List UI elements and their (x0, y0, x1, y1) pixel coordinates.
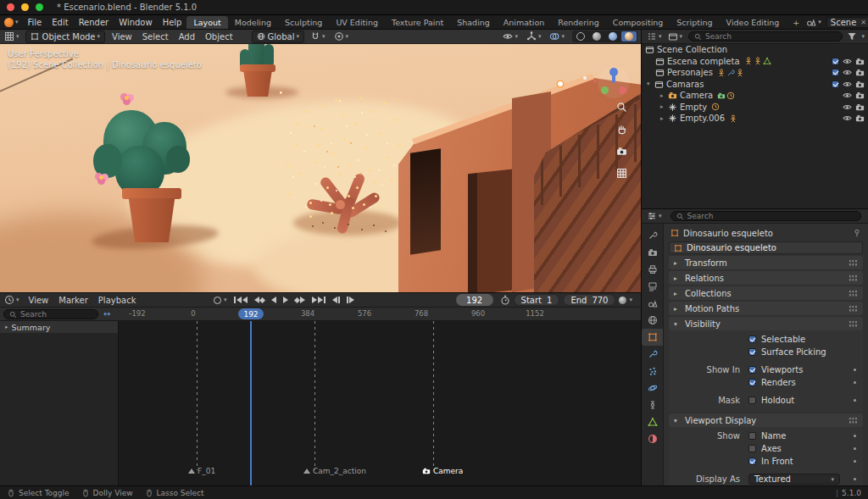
expand-arrow-icon[interactable]: ▸ (5, 324, 8, 330)
workspace-tab-video-editing[interactable]: Video Editing (720, 16, 787, 29)
hide-viewport-eye-icon[interactable] (843, 80, 852, 89)
timeline-editor-type-button[interactable]: ▾ (0, 294, 24, 307)
next-frame-button[interactable] (343, 294, 358, 306)
jump-to-start-button[interactable] (231, 294, 251, 306)
outliner-search[interactable] (688, 31, 843, 42)
gizmo-x-axis[interactable] (619, 86, 626, 94)
expand-arrow-icon[interactable]: ▸ (660, 103, 668, 110)
jump-to-end-button[interactable] (309, 294, 329, 306)
disable-render-camera-icon[interactable] (855, 103, 865, 112)
animate-dot[interactable] (854, 435, 856, 437)
filter-funnel-icon[interactable] (847, 31, 857, 42)
workspace-tab-modeling[interactable]: Modeling (228, 16, 278, 29)
tab-constraints[interactable] (642, 396, 663, 413)
marker-cam-2-action[interactable]: Cam_2_action (303, 467, 366, 475)
mode-dropdown[interactable]: Object Mode▾ (25, 30, 106, 43)
channel-search-input[interactable] (20, 310, 80, 319)
shading-material-button[interactable] (605, 31, 620, 42)
viewport-menu-view[interactable]: View (107, 32, 137, 42)
outliner-row-empty[interactable]: ▸ Empty (642, 102, 868, 114)
timeline-tracks[interactable]: ▸ Summary F_01 Cam_2_action Camera (0, 321, 642, 485)
ortho-grid-icon[interactable] (616, 168, 627, 179)
selectable-checkbox[interactable] (748, 335, 756, 343)
expand-arrow-icon[interactable]: ▸ (660, 92, 668, 99)
tab-scene[interactable] (642, 295, 663, 312)
timeline-menu-view[interactable]: View (24, 296, 54, 305)
prev-frame-button[interactable] (329, 294, 343, 306)
properties-search[interactable] (670, 211, 861, 221)
hide-viewport-eye-icon[interactable] (843, 114, 852, 123)
in-front-checkbox[interactable] (748, 457, 756, 465)
editor-type-button[interactable]: ▾ (0, 30, 24, 43)
tab-render[interactable] (642, 244, 663, 261)
object-type-visibility-dropdown[interactable]: ▾ (498, 30, 522, 43)
collection-checkbox[interactable] (832, 58, 839, 65)
proportional-editing-toggle[interactable]: ▾ (330, 30, 353, 43)
viewports-checkbox[interactable] (748, 366, 756, 374)
navigation-gizmo[interactable] (598, 66, 630, 98)
prev-keyframe-button[interactable] (251, 294, 268, 306)
snapping-toggle[interactable]: ▾ (306, 30, 330, 43)
animate-dot[interactable] (854, 460, 856, 463)
outliner-row-escena-completa[interactable]: Escena completa (642, 56, 868, 68)
timeline-ruler[interactable]: ↔ -192 0 384 576 768 960 1152 192 (0, 308, 642, 321)
shading-rendered-button[interactable] (621, 31, 637, 42)
next-keyframe-button[interactable] (292, 294, 309, 306)
panel-transform[interactable]: ▸Transform (669, 256, 863, 269)
collection-checkbox[interactable] (832, 80, 839, 88)
workspace-tab-uv-editing[interactable]: UV Editing (329, 16, 385, 29)
drag-grip-icon[interactable] (849, 305, 858, 313)
gizmo-z-axis[interactable] (609, 68, 618, 76)
animate-dot[interactable] (854, 369, 856, 371)
drag-grip-icon[interactable] (849, 417, 858, 424)
menu-window[interactable]: Window (114, 18, 157, 27)
drag-grip-icon[interactable] (849, 259, 858, 267)
panel-collections[interactable]: ▸Collections (669, 286, 863, 300)
tab-view-layer[interactable] (642, 278, 663, 295)
viewport-menu-select[interactable]: Select (137, 32, 174, 42)
disable-render-camera-icon[interactable] (855, 91, 865, 100)
shading-solid-button[interactable] (589, 31, 604, 42)
panel-viewport-display[interactable]: ▾Viewport Display (669, 413, 863, 427)
tab-object-data[interactable] (642, 413, 663, 430)
transform-orientation-dropdown[interactable]: Global▾ (252, 30, 304, 43)
hide-viewport-eye-icon[interactable] (843, 91, 852, 100)
marker-camera[interactable]: Camera (422, 467, 463, 475)
hide-viewport-eye-icon[interactable] (843, 103, 852, 112)
disable-render-camera-icon[interactable] (855, 80, 865, 89)
axes-checkbox[interactable] (748, 445, 756, 452)
timeline-filter-button[interactable]: ▾ (615, 294, 636, 306)
tab-physics[interactable] (642, 380, 663, 396)
tab-material[interactable] (642, 430, 663, 447)
tab-output[interactable] (642, 261, 663, 278)
viewport-menu-add[interactable]: Add (174, 32, 200, 42)
gizmo-y-axis[interactable] (601, 86, 609, 94)
renders-checkbox[interactable] (748, 379, 756, 386)
zoom-tool-icon[interactable] (616, 102, 627, 113)
workspace-tab-layout[interactable]: Layout (186, 16, 227, 29)
scene-unlink-icon[interactable]: ✕ (860, 19, 866, 26)
menu-edit[interactable]: Edit (47, 18, 73, 27)
menu-render[interactable]: Render (74, 18, 114, 27)
move-view-hand-icon[interactable] (616, 124, 627, 135)
show-gizmos-toggle[interactable]: ▾ (522, 30, 546, 43)
drag-grip-icon[interactable] (849, 274, 858, 282)
add-workspace-button[interactable]: + (786, 16, 806, 29)
drag-grip-icon[interactable] (849, 320, 858, 328)
properties-search-input[interactable] (687, 212, 855, 220)
minimize-window-button[interactable] (21, 3, 29, 11)
tab-particles[interactable] (642, 363, 663, 380)
frame-end-field[interactable]: End 770 (563, 294, 615, 306)
animate-dot[interactable] (854, 447, 856, 450)
current-frame-field[interactable]: 192 (456, 294, 493, 306)
play-button[interactable] (280, 294, 292, 306)
show-overlays-toggle[interactable]: ▾ (545, 30, 569, 43)
pin-icon[interactable] (853, 229, 861, 237)
outliner-search-input[interactable] (705, 32, 837, 41)
sync-range-toggle[interactable]: ↔ (103, 309, 110, 319)
3d-scene[interactable]: User Perspective (192) Scene Collection … (0, 44, 642, 292)
scene-selector[interactable]: Scene ✕ (826, 17, 868, 28)
camera-view-icon[interactable] (616, 146, 627, 157)
blender-app-menu[interactable]: ▾ (0, 16, 23, 29)
close-window-button[interactable] (7, 3, 14, 11)
